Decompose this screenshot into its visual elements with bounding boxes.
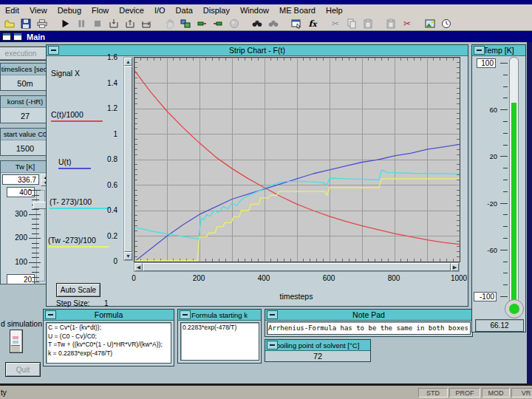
minimize-button[interactable] bbox=[267, 341, 278, 349]
minimize-button[interactable] bbox=[474, 46, 485, 55]
function-button[interactable]: fx bbox=[305, 17, 320, 30]
gauge-tick bbox=[500, 63, 508, 64]
menu-item-flow[interactable]: Flow bbox=[86, 6, 114, 15]
y-tick-label: 0.4 bbox=[92, 206, 117, 214]
formula-text-area[interactable]: C = Cv*(1- (kv*dt));U = (C0 - Cv)/C0;T =… bbox=[46, 322, 171, 364]
properties-button[interactable] bbox=[289, 17, 304, 30]
chart-vscrollbar[interactable]: ▲ ▼ bbox=[123, 57, 133, 261]
window-icon[interactable] bbox=[2, 33, 11, 41]
menu-item-meboard[interactable]: ME Board bbox=[274, 6, 321, 15]
blocks-icon bbox=[180, 18, 191, 29]
slider-tick bbox=[32, 233, 39, 234]
y-tick-label: 1 bbox=[92, 130, 117, 138]
minimize-button[interactable] bbox=[48, 46, 59, 55]
window-icon[interactable] bbox=[13, 33, 22, 41]
add-terminal-button[interactable] bbox=[194, 17, 209, 30]
x-tick-label: 200 bbox=[184, 274, 214, 282]
step-out-button[interactable] bbox=[139, 17, 154, 30]
sphere-icon bbox=[229, 18, 239, 29]
boxout-icon bbox=[125, 18, 135, 29]
pause-icon bbox=[76, 18, 86, 29]
menu-item-io[interactable]: I/O bbox=[149, 6, 171, 15]
vscroll-thumb[interactable] bbox=[124, 66, 132, 252]
strip-chart-window: Strip Chart - F(t) Signal X C(t)/1000U(t… bbox=[46, 44, 468, 307]
menu-item-edit[interactable]: Edit bbox=[0, 6, 24, 15]
y-tick-label: 1.6 bbox=[92, 53, 117, 61]
status-box-prof: PROF bbox=[449, 388, 480, 398]
stop-button bbox=[90, 17, 105, 30]
menu-item-view[interactable]: View bbox=[24, 6, 52, 15]
minimize-button[interactable] bbox=[45, 310, 56, 319]
auto-scale-button[interactable]: Auto Scale bbox=[56, 283, 100, 297]
chart-hscrollbar[interactable]: ◀ ▶ bbox=[134, 262, 460, 272]
boiling-point-widget: boiling point of solvent [°C] 72 bbox=[265, 339, 371, 362]
save-button[interactable] bbox=[18, 17, 33, 30]
secure-button[interactable]: ✂ bbox=[400, 17, 415, 30]
cut-button: ✂ bbox=[328, 17, 343, 30]
scroll-right-button[interactable]: ▶ bbox=[451, 263, 459, 271]
formula-line: C = Cv*(1- (kv*dt)); bbox=[48, 324, 169, 332]
konst-value[interactable]: 27 bbox=[1, 108, 50, 123]
toolbar-separator bbox=[415, 17, 422, 30]
execution-button-label: execution bbox=[5, 50, 37, 58]
menu-item-data[interactable]: Data bbox=[171, 6, 198, 15]
menu-item-display[interactable]: Display bbox=[198, 6, 235, 15]
tw-max-input[interactable]: 400 bbox=[7, 187, 35, 197]
hand-icon bbox=[164, 18, 174, 29]
toolbar-separator bbox=[154, 17, 161, 30]
scissors-icon: ✂ bbox=[332, 18, 339, 29]
formula-k-text-area[interactable]: 0.2283*exp(-478/T) bbox=[180, 322, 259, 361]
propwin-icon bbox=[291, 18, 301, 29]
main-canvas: execution timeslices [sec] 50m konst (-H… bbox=[0, 42, 532, 383]
menu-item-window[interactable]: Window bbox=[235, 6, 274, 15]
gauge-min-input[interactable]: -100 bbox=[474, 292, 497, 301]
slider-tick bbox=[32, 219, 39, 219]
open-button[interactable] bbox=[2, 17, 17, 30]
scroll-up-button[interactable]: ▲ bbox=[124, 58, 132, 66]
gauge-tick bbox=[500, 203, 508, 204]
slider-tick bbox=[32, 209, 39, 210]
quit-button-label: Quit bbox=[16, 366, 30, 374]
main-window-title-bar: Main bbox=[0, 31, 532, 42]
gauge-tick bbox=[503, 191, 508, 192]
timeslices-value[interactable]: 50m bbox=[1, 75, 50, 91]
step-size-value[interactable]: 1 bbox=[104, 299, 109, 307]
chart-svg bbox=[134, 58, 460, 262]
execution-button: execution bbox=[0, 47, 47, 61]
menu-item-help[interactable]: Help bbox=[321, 6, 348, 15]
menu-item-debug[interactable]: Debug bbox=[52, 6, 86, 15]
formula-k-text: 0.2283*exp(-478/T) bbox=[183, 324, 257, 332]
notepad-text-area[interactable]: Arrhenius-Formula has to be the same in … bbox=[267, 321, 471, 335]
scroll-down-button[interactable]: ▼ bbox=[124, 252, 132, 260]
objects-button[interactable] bbox=[178, 17, 193, 30]
legend-label: C(t)/1000 bbox=[51, 110, 83, 119]
menu-item-device[interactable]: Device bbox=[114, 6, 149, 15]
formula-line: T =Tw + ((kv*C0*(1 - U)*HR*VR)/(kw*A)); bbox=[48, 341, 169, 349]
gauge-scale-label: -60 bbox=[472, 246, 497, 254]
run-button[interactable] bbox=[58, 17, 72, 30]
step-in-button[interactable] bbox=[123, 17, 137, 30]
find-button[interactable] bbox=[250, 17, 265, 30]
picture-button[interactable] bbox=[423, 17, 437, 30]
timer-button[interactable] bbox=[439, 17, 454, 30]
minimize-button[interactable] bbox=[267, 310, 278, 319]
grid bbox=[134, 58, 460, 262]
tw-value-input[interactable]: 336.7 bbox=[2, 174, 39, 185]
print-button[interactable] bbox=[35, 17, 50, 30]
minimize-button[interactable] bbox=[180, 310, 191, 319]
scroll-left-button[interactable]: ◀ bbox=[134, 263, 143, 271]
step-over-button[interactable] bbox=[106, 17, 121, 30]
gauge-tick bbox=[503, 226, 508, 227]
gauge-scale-label: 20 bbox=[472, 152, 497, 160]
simulation-toggle[interactable] bbox=[10, 330, 23, 353]
start-value-value[interactable]: 1500 bbox=[1, 140, 50, 156]
toggle-knob[interactable] bbox=[11, 345, 20, 352]
delete-terminal-button[interactable] bbox=[211, 17, 225, 30]
slider-tick bbox=[32, 282, 39, 282]
boiling-value[interactable]: 72 bbox=[265, 351, 370, 361]
tw-title: Tw [K] bbox=[1, 161, 50, 173]
tw-min-input[interactable]: 20 bbox=[7, 274, 35, 284]
slider-scale-label: 300 bbox=[2, 210, 27, 218]
hscroll-thumb[interactable] bbox=[143, 263, 451, 271]
gauge-max-input[interactable]: 100 bbox=[477, 58, 496, 68]
